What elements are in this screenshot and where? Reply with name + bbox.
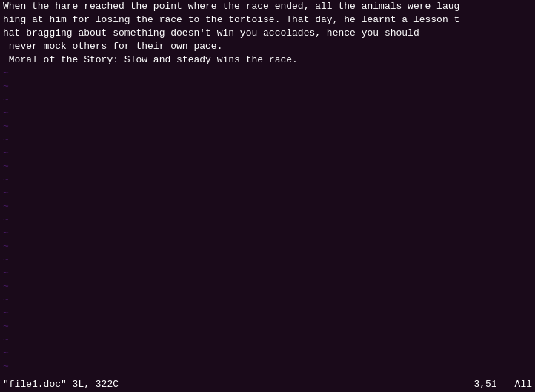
tilde-line-11: ~: [3, 200, 532, 213]
content-line-3: hat bragging about something doesn't win…: [3, 27, 532, 40]
tilde-line-20: ~: [3, 320, 532, 333]
tilde-line-1: ~: [3, 67, 532, 80]
tilde-line-10: ~: [3, 187, 532, 200]
content-line-4: never mock others for their own pace.: [3, 40, 532, 53]
tilde-line-4: ~: [3, 107, 532, 120]
tilde-line-9: ~: [3, 173, 532, 187]
tilde-line-15: ~: [3, 253, 532, 267]
tilde-line-12: ~: [3, 213, 532, 227]
content-line-5: Moral of the Story: Slow and steady wins…: [3, 53, 532, 67]
status-bar: "file1.doc" 3L, 322C 3,51 All: [0, 376, 535, 392]
tilde-line-22: ~: [3, 347, 532, 360]
status-right: 3,51 All: [473, 379, 532, 390]
cursor-position: 3,51: [473, 379, 496, 390]
tilde-line-16: ~: [3, 267, 532, 280]
tilde-line-23: ~: [3, 360, 532, 373]
tilde-line-17: ~: [3, 280, 532, 293]
tilde-line-13: ~: [3, 227, 532, 240]
tilde-line-3: ~: [3, 93, 532, 107]
tilde-line-2: ~: [3, 80, 532, 93]
tilde-line-19: ~: [3, 307, 532, 320]
editor-content[interactable]: When the hare reached the point where th…: [0, 0, 535, 376]
content-line-1: When the hare reached the point where th…: [3, 0, 532, 13]
tilde-line-14: ~: [3, 240, 532, 253]
view-mode: All: [515, 379, 532, 390]
content-line-2: hing at him for losing the race to the t…: [3, 13, 532, 27]
tilde-line-7: ~: [3, 147, 532, 160]
tilde-line-6: ~: [3, 133, 532, 147]
tilde-line-8: ~: [3, 160, 532, 173]
vim-editor: When the hare reached the point where th…: [0, 0, 535, 392]
tilde-line-5: ~: [3, 120, 532, 133]
file-info: "file1.doc" 3L, 322C: [3, 379, 119, 390]
tilde-line-18: ~: [3, 293, 532, 307]
tilde-line-21: ~: [3, 333, 532, 347]
